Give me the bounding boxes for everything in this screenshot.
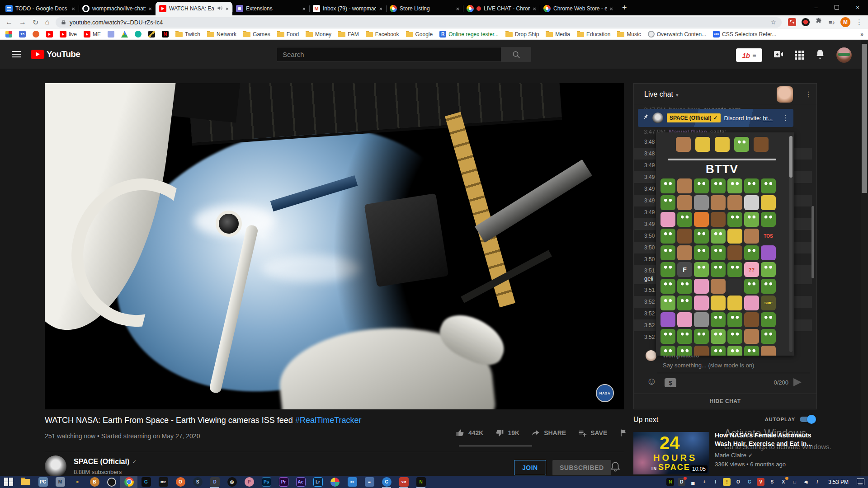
- action-center-icon[interactable]: [857, 479, 864, 485]
- pepe-emote[interactable]: [761, 212, 776, 227]
- bookmark-overwatch-conten[interactable]: Overwatch Conten...: [648, 31, 706, 38]
- bookmark-item[interactable]: [46, 31, 53, 38]
- bookmark-fam[interactable]: FAM: [338, 31, 359, 38]
- pepe-emote[interactable]: [734, 137, 749, 152]
- bookmark-item[interactable]: [5, 31, 12, 38]
- emote-??[interactable]: ??: [744, 262, 759, 277]
- paint-app[interactable]: P: [241, 476, 258, 488]
- emote[interactable]: [695, 137, 710, 152]
- converter-app[interactable]: C: [378, 476, 395, 488]
- bookmark-network[interactable]: Network: [207, 31, 236, 38]
- emote[interactable]: [676, 137, 691, 152]
- emote[interactable]: [727, 195, 742, 210]
- back-icon[interactable]: ←: [5, 18, 13, 26]
- address-bar[interactable]: youtube.com/watch?v=DDU-rZs-Ic4 ☆: [56, 17, 782, 28]
- save-button[interactable]: SAVE: [578, 428, 607, 437]
- new-tab-button[interactable]: +: [617, 3, 632, 15]
- browser-tab[interactable]: WATCH NASA: Earth Fro×: [156, 2, 232, 15]
- pepe-emote[interactable]: [727, 312, 742, 327]
- pepe-emote[interactable]: [660, 178, 675, 193]
- emote-simp[interactable]: SIMP: [761, 296, 776, 310]
- emote[interactable]: [677, 178, 692, 193]
- extension-red-icon[interactable]: [788, 18, 796, 26]
- chat-title[interactable]: Live chat▾: [644, 90, 679, 99]
- nvidia-app[interactable]: N: [412, 476, 429, 488]
- after-effects[interactable]: Ae: [292, 476, 309, 488]
- pepe-emote[interactable]: [677, 212, 692, 227]
- emote[interactable]: [761, 346, 776, 356]
- pepe-emote[interactable]: [660, 195, 675, 210]
- obs-studio[interactable]: [103, 476, 120, 488]
- voicemeeter-tray[interactable]: V: [757, 478, 764, 486]
- emote[interactable]: [744, 312, 759, 327]
- pepe-emote[interactable]: [744, 346, 759, 356]
- browser-tab[interactable]: TODO - Google Docs×: [2, 2, 79, 15]
- bookmark-google[interactable]: Google: [406, 31, 433, 38]
- emote[interactable]: [677, 195, 692, 210]
- logitech-tray[interactable]: G: [745, 478, 753, 486]
- pepe-emote[interactable]: [694, 229, 709, 244]
- gog-galaxy[interactable]: G: [137, 476, 155, 488]
- pepe-emote[interactable]: [761, 178, 776, 193]
- pinned-menu-icon[interactable]: ⋮: [782, 114, 789, 122]
- emote[interactable]: [660, 212, 675, 227]
- up-next-thumbnail[interactable]: 24 HOURS INSPACE 10:05: [633, 432, 709, 474]
- bookmark-money[interactable]: Money: [306, 31, 331, 38]
- account-avatar[interactable]: [836, 47, 852, 63]
- emote[interactable]: [677, 229, 692, 244]
- pepe-emote[interactable]: [711, 312, 726, 327]
- pepe-emote[interactable]: [660, 229, 675, 244]
- calculator[interactable]: =: [361, 476, 378, 488]
- snip-tray[interactable]: X: [779, 478, 787, 486]
- page-scrollbar-thumb[interactable]: [862, 44, 867, 193]
- hide-chat-button[interactable]: HIDE CHAT: [634, 398, 816, 404]
- report-button[interactable]: [619, 428, 628, 437]
- chat-scrollbar-thumb[interactable]: [811, 206, 814, 278]
- picker-scrollbar-thumb[interactable]: [789, 136, 793, 178]
- bookmark-live[interactable]: live: [60, 31, 77, 38]
- emote[interactable]: [744, 195, 759, 210]
- start-button[interactable]: [0, 476, 17, 488]
- emote[interactable]: [744, 296, 759, 310]
- emote[interactable]: [694, 296, 709, 310]
- autoplay-toggle[interactable]: [800, 417, 815, 422]
- pepe-emote[interactable]: [677, 346, 692, 356]
- bookmark-item[interactable]: [135, 31, 142, 38]
- pepe-emote[interactable]: [744, 212, 759, 227]
- emote[interactable]: [694, 279, 709, 294]
- tab-close-icon[interactable]: ×: [609, 5, 613, 12]
- bookmark-twitch[interactable]: Twitch: [175, 31, 200, 38]
- emote[interactable]: [694, 312, 709, 327]
- chat-input[interactable]: Say something... (slow mode is on): [663, 362, 754, 369]
- video-player[interactable]: NASA: [45, 83, 624, 409]
- forward-icon[interactable]: →: [19, 18, 26, 26]
- page-scrollbar[interactable]: [861, 40, 868, 476]
- emote[interactable]: [727, 296, 742, 310]
- bookmark-education[interactable]: Education: [577, 31, 610, 38]
- dislike-button[interactable]: 19K: [495, 428, 519, 437]
- pen-tray[interactable]: /: [813, 478, 821, 486]
- emote-tos[interactable]: TOS: [761, 229, 776, 244]
- epic-games[interactable]: EPIC: [155, 476, 172, 488]
- security-shield-tray[interactable]: !: [723, 478, 731, 486]
- pepe-emote[interactable]: [761, 329, 776, 344]
- pinned-text[interactable]: Discord Invite: ht...: [724, 115, 773, 122]
- volume-tray[interactable]: ◀): [802, 478, 810, 486]
- browser-tab[interactable]: MInbox (79) - wompmacho@×: [309, 2, 386, 15]
- emote[interactable]: [761, 195, 776, 210]
- emote[interactable]: [711, 279, 726, 294]
- bird-app[interactable]: B: [86, 476, 103, 488]
- browser-tab[interactable]: wompmacho/live-chat: A C×: [79, 2, 156, 15]
- photoshop[interactable]: Ps: [258, 476, 275, 488]
- pepe-emote[interactable]: [677, 296, 692, 310]
- nvidia-tray[interactable]: N: [666, 478, 674, 486]
- bookmark-me[interactable]: ME: [84, 31, 101, 38]
- chat-menu-icon[interactable]: ⋮: [805, 90, 812, 99]
- tab-close-icon[interactable]: ×: [225, 5, 229, 12]
- tab-audio-icon[interactable]: [217, 5, 222, 12]
- pepe-emote[interactable]: [744, 245, 759, 260]
- file-explorer[interactable]: [17, 476, 34, 488]
- discord[interactable]: D: [206, 476, 223, 488]
- notifications-bell-icon[interactable]: [815, 49, 826, 61]
- pepe-emote[interactable]: [660, 279, 675, 294]
